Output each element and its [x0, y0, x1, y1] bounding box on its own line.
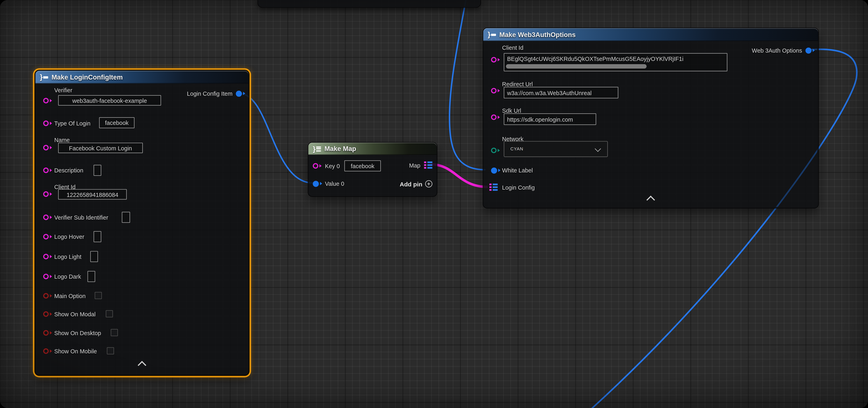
pin-description[interactable] — [43, 166, 52, 174]
wire-map-to-loginconfig[interactable] — [431, 164, 488, 187]
pin-logo-dark[interactable] — [43, 273, 52, 280]
show-on-modal-checkbox[interactable] — [106, 310, 113, 317]
field-label-show-on-modal: Show On Modal — [54, 311, 96, 318]
pin-login-config-map-icon[interactable] — [489, 183, 497, 191]
map-pin-icon[interactable] — [424, 162, 432, 169]
redirect-url-input[interactable]: w3a://com.w3a.Web3AuthUnreal — [504, 87, 618, 98]
node-title: Make Map — [324, 145, 356, 152]
pin-show-on-modal[interactable] — [43, 310, 52, 318]
node-header-make-loginconfigitem[interactable]: } Make LoginConfigItem — [35, 71, 249, 83]
pin-client-id[interactable] — [43, 190, 52, 198]
pin-redirect-url[interactable] — [491, 87, 500, 95]
sdk-url-input[interactable]: https://sdk.openlogin.com — [504, 113, 596, 125]
network-dropdown[interactable]: CYAN — [504, 141, 608, 157]
node-header-make-web3authoptions[interactable]: } Make Web3AuthOptions — [483, 28, 818, 41]
node-title: Make Web3AuthOptions — [499, 31, 576, 38]
pin-client-id[interactable] — [491, 56, 500, 64]
pin-show-on-mobile[interactable] — [43, 347, 52, 355]
field-label-client-id: Client Id — [502, 44, 523, 52]
collapse-chevron-icon[interactable] — [138, 361, 147, 370]
pin-logo-light[interactable] — [43, 253, 52, 261]
field-label-main-option: Main Option — [54, 293, 86, 300]
field-label-logo-dark: Logo Dark — [54, 273, 81, 280]
field-label-show-on-mobile: Show On Mobile — [54, 348, 97, 355]
field-label-value-0: Value 0 — [325, 180, 344, 188]
show-on-mobile-checkbox[interactable] — [107, 347, 114, 354]
pin-network[interactable] — [491, 146, 500, 154]
name-input[interactable]: Facebook Custom Login — [58, 143, 143, 153]
add-pin-plus-icon: + — [425, 180, 432, 188]
field-label-key-0: Key 0 — [325, 163, 340, 170]
pin-type-of-login[interactable] — [43, 120, 52, 127]
output-pin-web3auth-options[interactable] — [805, 46, 815, 54]
show-on-desktop-checkbox[interactable] — [111, 329, 118, 336]
logo-dark-input[interactable] — [88, 271, 95, 282]
make-struct-icon: } — [40, 73, 48, 81]
field-label-verifier: Verifier — [54, 87, 72, 94]
pin-verifier-sub-identifier[interactable] — [43, 213, 52, 221]
pin-main-option[interactable] — [43, 292, 52, 300]
field-label-login-config: Login Config — [502, 184, 535, 192]
add-pin-button[interactable]: Add pin + — [400, 180, 432, 188]
pin-white-label[interactable] — [491, 166, 500, 174]
field-label-description: Description — [54, 167, 84, 174]
logo-light-input[interactable] — [90, 251, 98, 262]
client-id-input[interactable]: 1222658941886084 — [58, 189, 127, 200]
make-map-icon: } — [313, 145, 321, 152]
pin-sdk-url[interactable] — [491, 113, 500, 121]
output-pin-label: Login Config Item — [187, 90, 232, 97]
field-label-type-of-login: Type Of Login — [54, 120, 91, 127]
type-of-login-input[interactable]: facebook — [99, 117, 134, 128]
output-row-login-config-item: Login Config Item — [187, 90, 245, 97]
output-pin-login-config-item[interactable] — [236, 90, 245, 97]
network-dropdown-value: CYAN — [504, 146, 523, 151]
output-row-map: Map — [409, 162, 432, 169]
blueprint-graph-canvas[interactable]: } Make LoginConfigItem Login Config Item… — [0, 0, 868, 408]
verifier-input[interactable]: web3auth-facebook-example — [58, 95, 161, 106]
field-label-white-label: White Label — [502, 167, 533, 174]
field-label-logo-hover: Logo Hover — [54, 233, 84, 241]
node-make-loginconfigitem[interactable]: } Make LoginConfigItem Login Config Item… — [35, 70, 249, 375]
description-input[interactable] — [94, 165, 101, 176]
collapse-chevron-icon[interactable] — [646, 196, 655, 204]
node-make-map[interactable]: } Make Map Key 0 facebook Map Value 0 Ad… — [308, 142, 437, 197]
pin-value-0[interactable] — [313, 180, 322, 188]
node-title: Make LoginConfigItem — [52, 73, 123, 81]
pin-name[interactable] — [43, 144, 52, 151]
pin-verifier[interactable] — [43, 97, 52, 104]
node-header-make-map[interactable]: } Make Map — [308, 143, 437, 155]
main-option-checkbox[interactable] — [95, 292, 102, 299]
pin-key-0[interactable] — [313, 162, 322, 170]
logo-hover-input[interactable] — [94, 231, 101, 242]
map-pin-label: Map — [409, 162, 421, 169]
client-id-input[interactable]: BEglQSgt4cUWcj6SKRdu5QkOXTsePmMcusG5EAoy… — [504, 53, 727, 71]
output-row-web3auth-options: Web 3Auth Options — [752, 46, 815, 54]
wire-top-to-whitelabel[interactable] — [450, 0, 486, 170]
pin-logo-hover[interactable] — [43, 233, 52, 240]
field-label-logo-light: Logo Light — [54, 253, 82, 261]
make-struct-icon: } — [488, 31, 496, 38]
pin-show-on-desktop[interactable] — [43, 329, 52, 337]
node-make-web3authoptions[interactable]: } Make Web3AuthOptions Web 3Auth Options… — [483, 28, 818, 208]
add-pin-label: Add pin — [400, 180, 423, 187]
offscreen-node-bottom-edge[interactable] — [257, 0, 481, 8]
key-0-input[interactable]: facebook — [344, 160, 381, 171]
wire-loginconfigitem-to-value0[interactable] — [240, 94, 313, 183]
field-label-show-on-desktop: Show On Desktop — [54, 330, 101, 337]
verifier-sub-identifier-input[interactable] — [122, 212, 130, 223]
field-label-verifier-sub-identifier: Verifier Sub Identifier — [54, 214, 108, 221]
output-pin-label: Web 3Auth Options — [752, 47, 802, 54]
client-id-scrollbar[interactable] — [506, 64, 647, 69]
